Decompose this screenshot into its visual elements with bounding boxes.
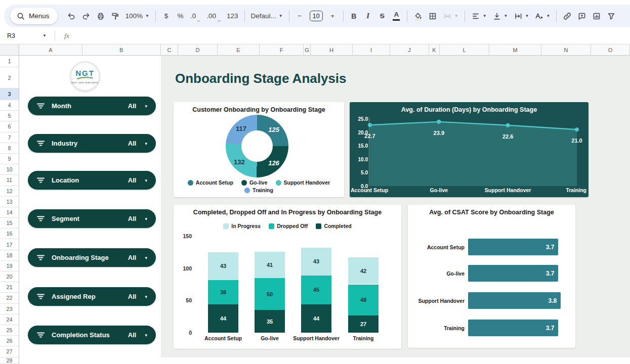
row-header-27[interactable]: 27 — [0, 346, 19, 357]
row-header-28[interactable]: 28 — [0, 357, 19, 364]
format-currency-button[interactable]: $ — [159, 9, 173, 24]
stacked-chart-title: Completed, Dropped Off and In Progress b… — [176, 209, 399, 216]
horizontal-align-button[interactable]: ▼ — [469, 9, 489, 24]
cell-name-box[interactable]: R3 ▼ — [0, 28, 51, 44]
row-header-24[interactable]: 24 — [0, 314, 19, 325]
select-all-corner[interactable] — [0, 44, 19, 56]
paint-format-button[interactable] — [108, 9, 122, 24]
row-header-6[interactable]: 6 — [0, 121, 19, 132]
logo-text: NGT — [75, 69, 95, 77]
bold-button[interactable]: B — [347, 9, 361, 24]
decrease-font-size-button[interactable]: − — [293, 9, 307, 24]
row-header-16[interactable]: 16 — [0, 229, 19, 239]
column-header-g[interactable]: G — [304, 44, 311, 55]
row-header-17[interactable]: 17 — [0, 239, 19, 250]
column-header-h[interactable]: H — [311, 44, 353, 55]
filter-completion-status[interactable]: Completion StatusAll▾ — [28, 326, 156, 344]
filter-segment[interactable]: SegmentAll▾ — [28, 209, 156, 228]
column-header-l[interactable]: L — [440, 44, 489, 55]
wrap-icon — [514, 12, 523, 21]
row-header-5[interactable]: 5 — [0, 111, 19, 121]
undo-button[interactable] — [64, 9, 78, 24]
text-rotation-button[interactable]: ▼ — [532, 9, 553, 24]
row-header-20[interactable]: 20 — [0, 271, 19, 282]
stacked-bar-chart[interactable]: Completed, Dropped Off and In Progress b… — [174, 205, 401, 349]
redo-button[interactable] — [79, 9, 93, 24]
insert-chart-button[interactable] — [590, 9, 604, 24]
column-header-d[interactable]: D — [178, 44, 218, 55]
filter-industry[interactable]: IndustryAll▾ — [28, 134, 156, 153]
row-header-15[interactable]: 15 — [0, 218, 19, 229]
row-header-13[interactable]: 13 — [0, 197, 19, 207]
insert-link-button[interactable] — [560, 9, 574, 24]
print-icon — [96, 12, 105, 21]
chevron-down-icon: ▼ — [504, 14, 508, 18]
donut-chart[interactable]: Customer Onboarding by Onboarding Stage … — [174, 102, 344, 197]
filter-onboarding-stage[interactable]: Onboarding StageAll▾ — [28, 248, 156, 267]
column-header-a[interactable]: A — [19, 44, 82, 55]
formula-input[interactable] — [74, 28, 630, 44]
menus-button[interactable]: Menus — [10, 8, 58, 24]
column-header-f[interactable]: F — [260, 44, 304, 55]
duration-area-chart[interactable]: Avg. of Duration (Days) by Onboarding St… — [350, 102, 589, 197]
font-select[interactable]: Defaul...▼ — [248, 9, 285, 24]
row-header-8[interactable]: 8 — [0, 143, 19, 154]
row-header-9[interactable]: 9 — [0, 154, 19, 164]
filter-month[interactable]: MonthAll▾ — [28, 97, 156, 115]
increase-font-size-button[interactable]: + — [326, 9, 340, 24]
row-header-21[interactable]: 21 — [0, 282, 19, 293]
row-header-3[interactable]: 3 — [0, 88, 19, 100]
column-header-c[interactable]: C — [161, 44, 178, 55]
column-header-k[interactable]: K — [429, 44, 440, 55]
column-header-e[interactable]: E — [218, 44, 260, 55]
italic-button[interactable]: I — [361, 9, 375, 24]
row-header-19[interactable]: 19 — [0, 261, 19, 271]
column-header-o[interactable]: O — [591, 44, 630, 55]
insert-comment-button[interactable] — [575, 9, 589, 24]
bar-segment-in-progress: 42 — [348, 257, 379, 284]
decrease-decimal-button[interactable]: .0← — [188, 9, 203, 24]
legend-label: In Progress — [231, 223, 261, 229]
vertical-align-button[interactable]: ▼ — [490, 9, 511, 24]
csat-bar: 3.7 — [468, 239, 558, 255]
create-filter-button[interactable] — [604, 9, 618, 24]
font-size-input[interactable]: 10 — [307, 9, 325, 24]
column-header-i[interactable]: I — [353, 44, 390, 55]
row-header-2[interactable]: 2 — [0, 67, 19, 88]
column-header-m[interactable]: M — [489, 44, 541, 55]
row-header-1[interactable]: 1 — [0, 56, 19, 67]
csat-bar-chart[interactable]: Avg. of CSAT Score by Onboarding Stage A… — [408, 205, 575, 348]
bar-value-label: 3.7 — [546, 270, 555, 277]
row-header-7[interactable]: 7 — [0, 132, 19, 143]
column-header-n[interactable]: N — [541, 44, 591, 55]
more-formats-button[interactable]: 123 — [224, 9, 241, 24]
print-button[interactable] — [94, 9, 108, 24]
row-header-10[interactable]: 10 — [0, 164, 19, 175]
text-color-button[interactable]: A — [390, 9, 403, 24]
column-header-j[interactable]: J — [390, 44, 429, 55]
row-header-25[interactable]: 25 — [0, 325, 19, 336]
row-header-4[interactable]: 4 — [0, 100, 19, 111]
merge-cells-button[interactable]: ▼ — [440, 9, 461, 24]
text-wrap-button[interactable]: ▼ — [511, 9, 532, 24]
bar-segment-in-progress: 43 — [208, 252, 238, 280]
row-header-18[interactable]: 18 — [0, 250, 19, 261]
chevron-down-icon: ▼ — [454, 14, 458, 18]
row-header-22[interactable]: 22 — [0, 293, 19, 303]
row-header-14[interactable]: 14 — [0, 207, 19, 218]
format-percent-button[interactable]: % — [174, 9, 187, 24]
row-header-23[interactable]: 23 — [0, 304, 19, 314]
row-header-12[interactable]: 12 — [0, 186, 19, 197]
fill-color-button[interactable] — [411, 9, 425, 24]
row-header-26[interactable]: 26 — [0, 336, 19, 346]
filter-assigned-rep[interactable]: Assigned RepAll▾ — [28, 287, 156, 306]
increase-decimal-button[interactable]: .00→ — [204, 9, 224, 24]
legend-label: Go-live — [249, 179, 268, 186]
borders-button[interactable] — [426, 9, 440, 24]
filter-location[interactable]: LocationAll▾ — [28, 171, 156, 190]
y-axis-tick-label: 50 — [177, 297, 192, 303]
strikethrough-button[interactable]: S — [375, 9, 389, 24]
zoom-select[interactable]: 100%▼ — [123, 9, 152, 24]
column-header-b[interactable]: B — [82, 44, 161, 55]
row-header-11[interactable]: 11 — [0, 175, 19, 186]
